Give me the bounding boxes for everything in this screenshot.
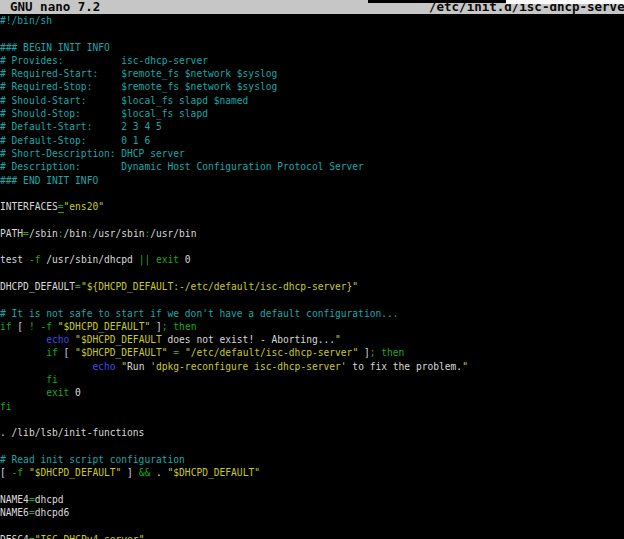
code-token: "${DHCPD_DEFAULT:-/etc/default/isc-dhcp-… — [81, 281, 358, 292]
code-token — [0, 374, 46, 385]
code-token: exit — [46, 387, 69, 398]
editor-line: # Description: Dynamic Host Configuratio… — [0, 160, 624, 173]
code-token: /sbin — [29, 228, 58, 239]
editor-line: if [ "$DHCPD_DEFAULT" = "/etc/default/is… — [0, 346, 624, 359]
code-token: "$DHCPD_DEFAULT" — [168, 467, 260, 478]
code-token: "$DHCPD_DEFAULT" — [29, 467, 121, 478]
code-token: # Should-Stop: $local_fs slapd — [0, 108, 208, 119]
code-token: [ — [0, 467, 12, 478]
code-token: to fix the problem. — [347, 361, 463, 372]
code-token: " — [335, 334, 341, 345]
code-token: /usr/bin — [150, 228, 196, 239]
editor-line: [ -f "$DHCPD_DEFAULT" ] && . "$DHCPD_DEF… — [0, 466, 624, 479]
code-token: # Short-Description: DHCP server — [0, 148, 185, 159]
editor-line: ### END INIT INFO — [0, 174, 624, 187]
code-token: "ISC DHCPv4 server" — [35, 534, 145, 539]
code-token: # It is not safe to start if we don't ha… — [0, 308, 399, 319]
code-token: 'dpkg-reconfigure isc-dhcp-server' — [150, 361, 346, 372]
editor-line: exit 0 — [0, 386, 624, 399]
code-token: fi — [46, 374, 58, 385]
code-token: if — [0, 321, 12, 332]
code-token: "ens20" — [64, 201, 104, 212]
code-token: [ — [12, 321, 29, 332]
code-token: #!/bin/sh — [0, 15, 52, 26]
code-token: ### BEGIN INIT INFO — [0, 42, 110, 53]
screen-artifact-black — [368, 0, 506, 3]
code-token: # Read init script configuration — [0, 454, 185, 465]
code-token: -f — [12, 467, 24, 478]
code-token: DHCPD_DEFAULT — [0, 281, 75, 292]
code-token: "$DHCPD_DEFAULT" — [75, 347, 167, 358]
code-token: DESC4 — [0, 534, 29, 539]
editor-line — [0, 293, 624, 306]
code-token: || exit — [139, 254, 179, 265]
editor-line — [0, 479, 624, 492]
editor-line: INTERFACES="ens20" — [0, 200, 624, 213]
editor-line: ### BEGIN INIT INFO — [0, 41, 624, 54]
editor-line: test -f /usr/sbin/dhcpd || exit 0 — [0, 253, 624, 266]
code-token: ] — [150, 321, 162, 332]
code-token: /usr/sbin/dhcpd — [40, 254, 138, 265]
editor-line: fi — [0, 373, 624, 386]
code-token: " — [462, 361, 468, 372]
editor-line — [0, 27, 624, 40]
code-token: /usr/sbin — [92, 228, 144, 239]
editor-line — [0, 187, 624, 200]
screen-artifact-white — [506, 0, 624, 4]
editor-line: # It is not safe to start if we don't ha… — [0, 307, 624, 320]
code-token: dhcpd — [35, 494, 64, 505]
code-token: -f — [29, 254, 41, 265]
editor-line — [0, 519, 624, 532]
code-token: # Required-Start: $remote_fs $network $s… — [0, 68, 277, 79]
code-token: # Default-Start: 2 3 4 5 — [0, 121, 162, 132]
code-token: # Default-Stop: 0 1 6 — [0, 135, 150, 146]
editor-line: DESC4="ISC DHCPv4 server" — [0, 533, 624, 539]
code-token — [0, 334, 46, 345]
code-token: fi — [0, 401, 12, 412]
code-token: does not exist! - Aborting... — [162, 334, 335, 345]
code-token: dhcpd6 — [35, 507, 70, 518]
editor-line: DHCPD_DEFAULT="${DHCPD_DEFAULT:-/etc/def… — [0, 280, 624, 293]
code-token: # Required-Stop: $remote_fs $network $sy… — [0, 81, 277, 92]
code-token: "/etc/default/isc-dhcp-server" — [185, 347, 358, 358]
editor-line: # Provides: isc-dhcp-server — [0, 54, 624, 67]
code-token: then — [173, 321, 196, 332]
code-token: . — [150, 467, 167, 478]
editor-line: fi — [0, 400, 624, 413]
code-token — [0, 361, 92, 372]
terminal-window: GNU nano 7.2 /etc/init.d/isc-dhcp-server… — [0, 0, 624, 539]
editor-line — [0, 413, 624, 426]
code-token: ] — [121, 467, 138, 478]
editor-line: #!/bin/sh — [0, 14, 624, 27]
code-token: NAME6 — [0, 507, 29, 518]
editor-line: # Required-Stop: $remote_fs $network $sy… — [0, 80, 624, 93]
code-token: NAME4 — [0, 494, 29, 505]
code-token: INTERFACES — [0, 201, 58, 212]
code-token: # Description: Dynamic Host Configuratio… — [0, 161, 364, 172]
code-token: if — [46, 347, 58, 358]
code-token: # Should-Start: $local_fs slapd $named — [0, 95, 248, 106]
editor-area[interactable]: #!/bin/sh### BEGIN INIT INFO# Provides: … — [0, 14, 624, 539]
editor-line: NAME4=dhcpd — [0, 493, 624, 506]
editor-line: # Required-Start: $remote_fs $network $s… — [0, 67, 624, 80]
code-token: echo — [46, 334, 69, 345]
editor-line: if [ ! -f "$DHCPD_DEFAULT" ]; then — [0, 320, 624, 333]
editor-line: PATH=/sbin:/bin:/usr/sbin:/usr/bin — [0, 227, 624, 240]
editor-line — [0, 240, 624, 253]
code-token: test — [0, 254, 29, 265]
code-token: ] — [358, 347, 370, 358]
code-token: "$DHCPD_DEFAULT" — [58, 321, 150, 332]
code-token: then — [381, 347, 404, 358]
editor-line: # Should-Stop: $local_fs slapd — [0, 107, 624, 120]
editor-line: . /lib/lsb/init-functions — [0, 426, 624, 439]
code-token: ### END INIT INFO — [0, 175, 98, 186]
editor-line: # Read init script configuration — [0, 453, 624, 466]
code-token — [0, 347, 46, 358]
code-token: 0 — [179, 254, 191, 265]
editor-line: echo "$DHCPD_DEFAULT does not exist! - A… — [0, 333, 624, 346]
editor-line: echo "Run 'dpkg-reconfigure isc-dhcp-ser… — [0, 360, 624, 373]
app-version-label: GNU nano 7.2 — [10, 0, 100, 14]
editor-line: # Short-Description: DHCP server — [0, 147, 624, 160]
code-token: [ — [58, 347, 75, 358]
code-token: && — [139, 467, 151, 478]
